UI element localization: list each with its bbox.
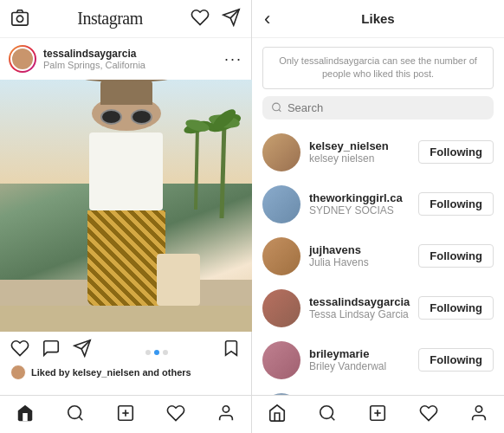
user-info: jujhavens Julia Havens bbox=[309, 243, 418, 268]
svg-point-19 bbox=[273, 103, 281, 111]
post-actions-row bbox=[0, 332, 251, 365]
activity-icon[interactable] bbox=[191, 8, 210, 30]
dot-3 bbox=[163, 350, 168, 355]
list-item: jujhavens Julia Havens Following bbox=[252, 230, 504, 282]
username[interactable]: jujhavens bbox=[309, 243, 418, 256]
display-name: SYDNEY SOCIAS bbox=[309, 204, 418, 216]
left-panel: Instagram tessalindsaygarcia Pal bbox=[0, 0, 252, 433]
follow-button[interactable]: Following bbox=[418, 296, 494, 320]
dot-2 bbox=[154, 350, 159, 355]
svg-point-1 bbox=[16, 16, 23, 22]
post-user-row: tessalindsaygarcia Palm Springs, Califor… bbox=[0, 38, 251, 80]
user-info: theworkinggirl.ca SYDNEY SOCIAS bbox=[309, 191, 418, 216]
list-item: tessalindsaygarcia Tessa Lindsay Garcia … bbox=[252, 282, 504, 334]
follow-button[interactable]: Following bbox=[418, 192, 494, 216]
user-avatar[interactable] bbox=[262, 289, 300, 327]
search-input[interactable] bbox=[288, 101, 485, 114]
right-panel: ‹ Likes Only tessalindsaygarcia can see … bbox=[252, 0, 504, 433]
liked-text: Liked by kelsey_nielsen and others bbox=[31, 367, 191, 378]
display-name: kelsey nielsen bbox=[309, 152, 418, 165]
dot-1 bbox=[145, 350, 151, 355]
instagram-logo: Instagram bbox=[77, 9, 142, 29]
search-bar[interactable] bbox=[262, 96, 494, 120]
svg-point-26 bbox=[475, 405, 481, 411]
like-button[interactable] bbox=[10, 339, 29, 361]
post-user-text: tessalindsaygarcia Palm Springs, Califor… bbox=[43, 48, 145, 70]
share-button[interactable] bbox=[73, 339, 92, 361]
nav-profile-icon[interactable] bbox=[469, 404, 488, 426]
right-bottom-nav bbox=[252, 395, 504, 433]
user-info: brileymarie Briley Vanderwal bbox=[309, 347, 418, 372]
camera-icon[interactable] bbox=[10, 8, 29, 30]
liked-avatar bbox=[10, 365, 26, 380]
svg-line-8 bbox=[196, 127, 197, 210]
user-info: tessalindsaygarcia Tessa Lindsay Garcia bbox=[309, 295, 418, 320]
display-name: Julia Havens bbox=[309, 256, 418, 268]
left-bottom-nav bbox=[0, 395, 251, 433]
user-info: kelsey_nielsen kelsey nielsen bbox=[309, 139, 418, 165]
username[interactable]: tessalindsaygarcia bbox=[309, 295, 418, 308]
list-item: brileymarie Briley Vanderwal Following bbox=[252, 334, 504, 386]
header-right-icons bbox=[191, 8, 241, 30]
svg-line-22 bbox=[332, 417, 335, 420]
post-more-icon[interactable]: ··· bbox=[224, 50, 242, 68]
display-name: Tessa Lindsay Garcia bbox=[309, 308, 418, 320]
follow-button[interactable]: Following bbox=[418, 348, 494, 372]
post-user-info: tessalindsaygarcia Palm Springs, Califor… bbox=[9, 45, 145, 73]
post-image bbox=[0, 80, 252, 332]
left-header: Instagram bbox=[0, 0, 251, 38]
display-name: Briley Vanderwal bbox=[309, 360, 418, 372]
svg-line-4 bbox=[222, 123, 224, 218]
post-location: Palm Springs, California bbox=[43, 60, 145, 70]
list-item: kelsey_nielsen kelsey nielsen Following bbox=[252, 126, 504, 178]
username[interactable]: kelsey_nielsen bbox=[309, 139, 418, 152]
liked-row: Liked by kelsey_nielsen and others bbox=[0, 365, 251, 385]
svg-line-20 bbox=[279, 110, 281, 112]
nav-activity-icon[interactable] bbox=[166, 404, 185, 426]
likes-list: kelsey_nielsen kelsey nielsen Following … bbox=[252, 126, 504, 395]
right-header: ‹ Likes bbox=[252, 0, 504, 38]
post-username[interactable]: tessalindsaygarcia bbox=[43, 48, 145, 60]
svg-rect-0 bbox=[12, 12, 28, 25]
svg-line-14 bbox=[79, 417, 82, 420]
follow-button[interactable]: Following bbox=[418, 244, 494, 268]
post-user-avatar[interactable] bbox=[9, 45, 36, 73]
nav-add-icon[interactable] bbox=[116, 404, 135, 426]
user-avatar[interactable] bbox=[262, 133, 300, 171]
comment-button[interactable] bbox=[42, 339, 61, 361]
privacy-notice: Only tessalindsaygarcia can see the numb… bbox=[262, 47, 494, 89]
list-item: samanthaculos sam 〜 Following bbox=[252, 386, 504, 395]
direct-icon[interactable] bbox=[222, 8, 241, 30]
username[interactable]: theworkinggirl.ca bbox=[309, 191, 418, 204]
nav-add-icon[interactable] bbox=[368, 404, 387, 426]
nav-activity-icon[interactable] bbox=[419, 404, 438, 426]
svg-point-21 bbox=[320, 405, 333, 418]
nav-search-icon[interactable] bbox=[66, 404, 85, 426]
save-button[interactable] bbox=[222, 339, 241, 361]
user-avatar[interactable] bbox=[262, 341, 300, 379]
back-button[interactable]: ‹ bbox=[264, 10, 270, 29]
username[interactable]: brileymarie bbox=[309, 347, 418, 360]
user-avatar[interactable] bbox=[262, 237, 300, 275]
privacy-notice-text: Only tessalindsaygarcia can see the numb… bbox=[272, 55, 484, 81]
svg-point-18 bbox=[223, 405, 229, 411]
right-panel-title: Likes bbox=[361, 11, 394, 26]
search-icon bbox=[271, 101, 282, 113]
nav-profile-icon[interactable] bbox=[216, 404, 236, 426]
follow-button[interactable]: Following bbox=[418, 140, 494, 164]
nav-home-icon[interactable] bbox=[268, 404, 287, 426]
nav-home-icon[interactable] bbox=[16, 404, 35, 426]
nav-search-icon[interactable] bbox=[318, 404, 337, 426]
svg-point-13 bbox=[68, 405, 81, 418]
liked-username[interactable]: kelsey_nielsen bbox=[73, 367, 140, 378]
list-item: theworkinggirl.ca SYDNEY SOCIAS Followin… bbox=[252, 178, 504, 230]
user-avatar[interactable] bbox=[262, 185, 300, 223]
